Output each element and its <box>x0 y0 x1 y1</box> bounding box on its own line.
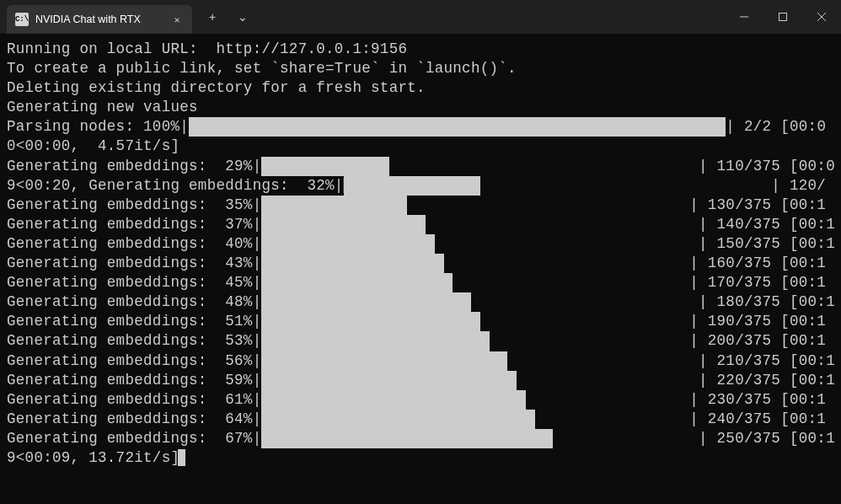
maximize-icon <box>779 13 787 21</box>
progress-line: Generating embeddings: 35%|█████████████… <box>7 196 834 215</box>
maximize-button[interactable] <box>763 0 802 34</box>
tab-title: NVIDIA Chat with RTX <box>35 13 163 25</box>
progress-line: Generating embeddings: 43%|█████████████… <box>7 254 834 273</box>
progress-line: Generating embeddings: 48%|█████████████… <box>7 292 834 312</box>
close-tab-button[interactable]: ✕ <box>170 13 184 26</box>
output-line: Running on local URL: http://127.0.0.1:9… <box>7 40 834 59</box>
close-icon <box>817 13 826 21</box>
titlebar-left: C:\ NVIDIA Chat with RTX ✕ + ⌄ <box>0 0 256 34</box>
output-line: 9<00:09, 13.72it/s] <box>7 448 834 468</box>
titlebar: C:\ NVIDIA Chat with RTX ✕ + ⌄ <box>0 0 841 34</box>
close-window-button[interactable] <box>802 0 841 34</box>
svg-rect-1 <box>779 13 787 21</box>
cursor <box>178 449 185 466</box>
progress-line: Generating embeddings: 59%|█████████████… <box>7 371 834 390</box>
minimize-icon <box>740 13 748 21</box>
progress-line: Generating embeddings: 64%|█████████████… <box>7 410 834 429</box>
new-tab-button[interactable]: + <box>199 3 226 30</box>
tab-dropdown-button[interactable]: ⌄ <box>229 3 256 30</box>
progress-line: Generating embeddings: 37%|█████████████… <box>7 215 834 234</box>
progress-line: Generating embeddings: 53%|█████████████… <box>7 331 834 351</box>
progress-line: Generating embeddings: 67%|█████████████… <box>7 429 834 448</box>
progress-line: Generating embeddings: 45%|█████████████… <box>7 273 834 292</box>
output-line: Generating new values <box>7 98 834 117</box>
progress-line: Generating embeddings: 61%|█████████████… <box>7 390 834 410</box>
progress-line: Parsing nodes: 100%|████████████████████… <box>7 117 834 137</box>
output-line: 0<00:00, 4.57it/s] <box>7 137 834 156</box>
progress-line: 9<00:20, Generating embeddings: 32%|████… <box>7 176 834 196</box>
tab-controls: + ⌄ <box>199 3 256 30</box>
output-line: Deleting existing directory for a fresh … <box>7 78 834 98</box>
output-line: To create a public link, set `share=True… <box>7 59 834 78</box>
window-controls <box>725 0 841 34</box>
terminal-output[interactable]: Running on local URL: http://127.0.0.1:9… <box>0 34 841 474</box>
progress-line: Generating embeddings: 29%|█████████████… <box>7 157 834 176</box>
progress-line: Generating embeddings: 51%|█████████████… <box>7 312 834 331</box>
minimize-button[interactable] <box>725 0 763 34</box>
terminal-icon: C:\ <box>15 13 29 26</box>
progress-line: Generating embeddings: 56%|█████████████… <box>7 351 834 371</box>
active-tab[interactable]: C:\ NVIDIA Chat with RTX ✕ <box>7 5 192 34</box>
progress-line: Generating embeddings: 40%|█████████████… <box>7 234 834 254</box>
